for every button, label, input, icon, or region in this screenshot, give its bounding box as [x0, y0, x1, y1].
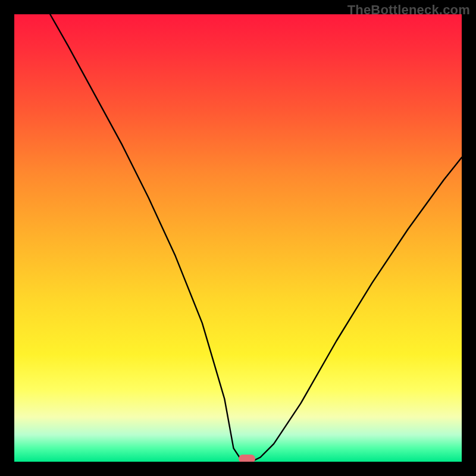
watermark-text: TheBottleneck.com — [347, 2, 470, 18]
chart-frame: TheBottleneck.com — [0, 0, 476, 476]
bottleneck-curve — [14, 14, 462, 462]
optimum-marker — [239, 455, 255, 462]
plot-area — [14, 14, 462, 462]
